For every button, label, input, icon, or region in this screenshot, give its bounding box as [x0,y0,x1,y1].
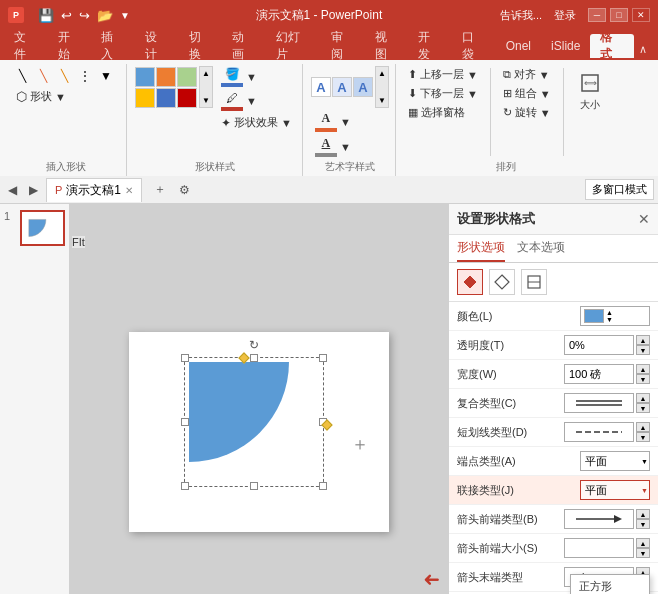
group-dropdown[interactable]: ▼ [540,88,551,100]
rotate-dropdown[interactable]: ▼ [540,107,551,119]
panel-shadow-icon[interactable] [489,269,515,295]
open-button[interactable]: 📂 [95,6,115,25]
handle-bot-mid[interactable] [250,482,258,490]
outline-button[interactable]: 🖊 ▼ [217,90,296,112]
shape-dropdown[interactable]: ▼ [96,66,116,86]
rotate-button[interactable]: ↻ 旋转 ▼ [499,104,555,121]
text-fill-dropdown[interactable]: ▼ [340,116,351,128]
tab-onel[interactable]: Onel [496,34,541,58]
fill-button[interactable]: 🪣 ▼ [217,66,296,88]
outline-dropdown[interactable]: ▼ [246,95,257,107]
style-swatch-6[interactable] [177,88,197,108]
maximize-button[interactable]: □ [610,8,628,22]
wordart-a1[interactable]: A [311,77,331,97]
handle-bot-right[interactable] [319,482,327,490]
handle-bot-left[interactable] [181,482,189,490]
width-up[interactable]: ▲ [636,364,650,374]
doc-settings-button[interactable]: ⚙ [174,180,194,200]
shape-button[interactable]: ⬡ 形状 ▼ [12,88,120,105]
dash-select[interactable] [564,422,634,442]
color-down[interactable]: ▼ [606,316,613,323]
tab-home[interactable]: 开始 [48,34,92,58]
color-picker-button[interactable]: ▲ ▼ [580,306,650,326]
tab-islide[interactable]: iSlide [541,34,590,58]
undo-button[interactable]: ↩ [59,6,74,25]
doc-tab-1[interactable]: P 演示文稿1 ✕ [46,178,142,202]
dash-down[interactable]: ▼ [636,432,650,442]
panel-size-icon[interactable] [521,269,547,295]
tab-file[interactable]: 文件 [4,34,48,58]
text-outline-dropdown[interactable]: ▼ [340,141,351,153]
panel-fill-stroke-icon[interactable] [457,269,483,295]
slide-thumbnail[interactable] [20,210,65,246]
arrow-front-type-select[interactable] [564,509,634,529]
wordart-a2[interactable]: A [332,77,352,97]
transparency-down[interactable]: ▼ [636,345,650,355]
group-button[interactable]: ⊞ 组合 ▼ [499,85,555,102]
arrow-front-up[interactable]: ▲ [636,509,650,519]
join-select[interactable]: 平面 [580,480,650,500]
doc-tab-close[interactable]: ✕ [125,185,133,196]
bring-forward-dropdown[interactable]: ▼ [467,69,478,81]
transparency-input[interactable] [564,335,634,355]
tab-transition[interactable]: 切换 [179,34,223,58]
tab-view[interactable]: 视图 [365,34,409,58]
help-button[interactable]: 告诉我... [500,8,542,23]
tab-developer[interactable]: 开发 [408,34,452,58]
bring-forward-button[interactable]: ⬆ 上移一层 ▼ [404,66,482,83]
join-type-dropdown[interactable]: 正方形 圆形 平面 [570,574,650,594]
width-input[interactable] [564,364,634,384]
dropdown-item-square[interactable]: 正方形 [571,575,649,594]
handle-mid-right[interactable] [319,418,327,426]
rotation-handle[interactable]: ↻ [247,338,261,352]
width-down[interactable]: ▼ [636,374,650,384]
compound-select[interactable] [564,393,634,413]
text-fill-button[interactable]: A ▼ [311,110,389,133]
style-swatch-1[interactable] [135,67,155,87]
size-button[interactable]: ⟺ 大小 [572,66,608,115]
shape-line2[interactable]: ╲ [33,66,53,86]
handle-mid-left[interactable] [181,418,189,426]
panel-tab-text-options[interactable]: 文本选项 [517,239,565,262]
handle-top-left[interactable] [181,354,189,362]
transparency-up[interactable]: ▲ [636,335,650,345]
effects-dropdown[interactable]: ▼ [281,117,292,129]
collapse-ribbon-button[interactable]: ∧ [634,41,652,58]
align-button[interactable]: ⧉ 对齐 ▼ [499,66,555,83]
custom-qa-button[interactable]: ▼ [118,8,132,23]
selection-pane-button[interactable]: ▦ 选择窗格 [404,104,482,121]
diamond-handle-2[interactable] [321,419,332,430]
compound-up[interactable]: ▲ [636,393,650,403]
align-dropdown[interactable]: ▼ [539,69,550,81]
shape-arc[interactable] [189,362,319,482]
style-swatch-5[interactable] [156,88,176,108]
tab-format[interactable]: 格式 [590,34,634,58]
multi-window-button[interactable]: 多窗口模式 [585,179,654,200]
style-scroll[interactable]: ▲ ▼ [199,66,213,108]
canvas-page[interactable]: ↻ ＋ [129,332,389,532]
tab-review[interactable]: 审阅 [321,34,365,58]
tab-pocket[interactable]: 口袋 [452,34,496,58]
minimize-button[interactable]: ─ [588,8,606,22]
arrow-front-size-up[interactable]: ▲ [636,538,650,548]
add-doc-button[interactable]: ＋ [150,180,170,200]
arrow-front-size-down[interactable]: ▼ [636,548,650,558]
text-outline-button[interactable]: A ▼ [311,135,389,158]
cap-select[interactable]: 平面 [580,451,650,471]
close-button[interactable]: ✕ [632,8,650,22]
login-button[interactable]: 登录 [554,8,576,23]
panel-tab-shape-options[interactable]: 形状选项 [457,239,505,262]
redo-button[interactable]: ↪ [77,6,92,25]
style-swatch-2[interactable] [156,67,176,87]
tab-insert[interactable]: 插入 [91,34,135,58]
arrow-front-size-select[interactable] [564,538,634,558]
wordart-scroll[interactable]: ▲ ▼ [375,66,389,108]
shape-line[interactable]: ╲ [12,66,32,86]
effects-button[interactable]: ✦ 形状效果 ▼ [217,114,296,131]
compound-down[interactable]: ▼ [636,403,650,413]
tab-animation[interactable]: 动画 [222,34,266,58]
send-backward-button[interactable]: ⬇ 下移一层 ▼ [404,85,482,102]
fill-dropdown[interactable]: ▼ [246,71,257,83]
save-button[interactable]: 💾 [36,6,56,25]
tab-slideshow[interactable]: 幻灯片 [266,34,321,58]
